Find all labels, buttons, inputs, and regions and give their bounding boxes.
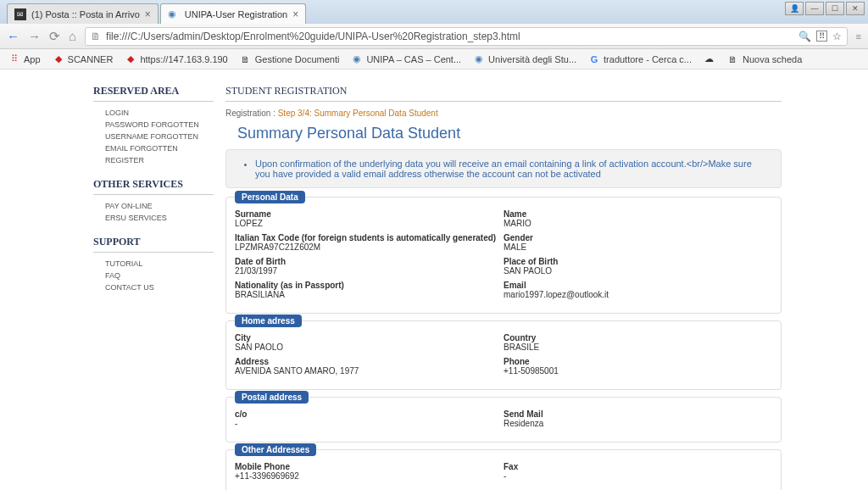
globe-icon: ◉ <box>168 8 180 20</box>
star-icon[interactable]: ☆ <box>832 31 842 42</box>
fieldset-other: Other Addresses Mobile Phone+11-33969696… <box>225 449 782 490</box>
email-label: Email <box>504 281 772 290</box>
nationality-value: BRASILIANA <box>235 290 504 299</box>
bookmark-ip[interactable]: ◆https://147.163.9.190 <box>125 53 227 65</box>
apps-button[interactable]: ⠿App <box>8 53 41 65</box>
pob-label: Place of Birth <box>504 257 772 266</box>
search-icon[interactable]: 🔍 <box>798 31 811 42</box>
maximize-button[interactable]: ☐ <box>826 2 844 15</box>
phone-label: Phone <box>504 357 772 366</box>
menu-icon[interactable]: ≡ <box>856 31 861 42</box>
back-icon[interactable]: ← <box>7 29 19 44</box>
bookmark-nuova[interactable]: 🗎Nuova scheda <box>727 53 802 65</box>
bookmarks-bar: ⠿App ◆SCANNER ◆https://147.163.9.190 🗎Ge… <box>0 49 868 70</box>
country-label: Country <box>504 333 772 342</box>
browser-tab-mail[interactable]: ✉ (1) Posta :: Posta in Arrivo × <box>7 3 159 24</box>
section-title: STUDENT REGISTRATION <box>225 85 782 102</box>
phone-value: +11-50985001 <box>504 366 772 376</box>
dob-value: 21/03/1997 <box>235 266 504 276</box>
legend-personal: Personal Data <box>235 191 305 203</box>
sidebar-reserved-title: RESERVED AREA <box>93 85 214 102</box>
co-value: - <box>235 419 504 428</box>
fieldset-postal: Postal address c/o- Send MailResidenza <box>225 397 782 443</box>
breadcrumb: Registration : Step 3/4: Summary Persona… <box>225 109 782 118</box>
close-icon[interactable]: × <box>292 8 298 20</box>
sidebar-item-register[interactable]: REGISTER <box>93 154 214 166</box>
city-value: SAN PAOLO <box>235 342 504 352</box>
legend-home: Home adress <box>235 315 302 327</box>
nationality-label: Nationality (as in Passport) <box>235 281 504 290</box>
close-button[interactable]: ✕ <box>846 2 865 15</box>
fieldset-home: Home adress CitySAN PAOLO CountryBRASILE… <box>225 320 782 390</box>
bookmark-universita[interactable]: ◉Università degli Stu... <box>473 53 576 65</box>
tab-title: UNIPA-User Registration <box>185 9 287 19</box>
reload-icon[interactable]: ⟳ <box>49 29 60 44</box>
taxcode-label: Italian Tax Code (for foreign students i… <box>235 233 504 242</box>
taxcode-value: LPZMRA97C21Z602M <box>235 242 504 252</box>
browser-navbar: ← → ⟳ ⌂ 🗎 file:///C:/Users/admin/Desktop… <box>0 24 868 49</box>
file-icon: 🗎 <box>91 31 101 42</box>
sidebar-item-username[interactable]: USERNAME FORGOTTEN <box>93 131 214 142</box>
surname-value: LOPEZ <box>235 219 504 228</box>
sidebar-item-pay[interactable]: PAY ON-LINE <box>93 200 214 212</box>
bookmark-gestione[interactable]: 🗎Gestione Documenti <box>240 53 340 65</box>
browser-tabstrip: ✉ (1) Posta :: Posta in Arrivo × ◉ UNIPA… <box>0 0 868 24</box>
gender-label: Gender <box>504 233 772 242</box>
bookmark-scanner[interactable]: ◆SCANNER <box>53 53 114 65</box>
fax-value: - <box>504 471 772 481</box>
address-label: Address <box>235 357 504 366</box>
sidebar-item-email[interactable]: EMAIL FORGOTTEN <box>93 142 214 154</box>
legend-other: Other Addresses <box>235 443 316 456</box>
mail-icon: ✉ <box>14 8 26 20</box>
name-label: Name <box>504 209 772 219</box>
country-value: BRASILE <box>504 342 772 352</box>
browser-tab-unipa[interactable]: ◉ UNIPA-User Registration × <box>160 3 306 24</box>
mobile-value: +11-3396969692 <box>235 471 504 481</box>
user-icon[interactable]: 👤 <box>785 2 804 15</box>
home-icon[interactable]: ⌂ <box>69 29 76 44</box>
sidebar-item-password[interactable]: PASSWORD FORGOTTEN <box>93 119 214 131</box>
sidebar: RESERVED AREA LOGIN PASSWORD FORGOTTEN U… <box>86 78 214 490</box>
sidebar-item-contact[interactable]: CONTACT US <box>93 281 214 293</box>
translate-icon[interactable]: ⠿ <box>816 31 827 42</box>
gender-value: MALE <box>504 242 772 252</box>
sidebar-support-title: SUPPORT <box>93 236 214 253</box>
page-viewport: RESERVED AREA LOGIN PASSWORD FORGOTTEN U… <box>0 70 868 490</box>
mobile-label: Mobile Phone <box>235 462 504 471</box>
fieldset-personal: Personal Data SurnameLOPEZ NameMARIO Ita… <box>225 197 782 314</box>
forward-icon[interactable]: → <box>28 29 41 44</box>
name-value: MARIO <box>504 219 772 228</box>
pob-value: SAN PAOLO <box>504 266 772 276</box>
page-heading: Summary Personal Data Student <box>225 121 782 149</box>
sendmail-value: Residenza <box>504 419 772 428</box>
fax-label: Fax <box>504 462 772 471</box>
sidebar-item-login[interactable]: LOGIN <box>93 107 214 119</box>
address-bar[interactable]: 🗎 file:///C:/Users/admin/Desktop/Enrolme… <box>85 27 848 46</box>
legend-postal: Postal address <box>235 391 309 404</box>
sendmail-label: Send Mail <box>504 409 772 419</box>
sidebar-other-title: OTHER SERVICES <box>93 178 214 195</box>
minimize-button[interactable]: — <box>805 2 824 15</box>
city-label: City <box>235 333 504 342</box>
notice-box: Upon confirmation of the underlying data… <box>225 149 782 188</box>
co-label: c/o <box>235 409 504 419</box>
close-icon[interactable]: × <box>145 8 151 20</box>
main-content: STUDENT REGISTRATION Registration : Step… <box>214 78 782 490</box>
dob-label: Date of Birth <box>235 257 504 266</box>
sidebar-item-ersu[interactable]: ERSU SERVICES <box>93 212 214 224</box>
address-value: AVENIDA SANTO AMARO, 1977 <box>235 366 504 376</box>
bookmark-traduttore[interactable]: Gtraduttore - Cerca c... <box>588 53 692 65</box>
sidebar-item-tutorial[interactable]: TUTORIAL <box>93 258 214 270</box>
bookmark-cloud[interactable]: ☁ <box>704 53 715 65</box>
url-text: file:///C:/Users/admin/Desktop/Enrolment… <box>106 31 520 42</box>
bookmark-unipa-cas[interactable]: ◉UNIPA – CAS – Cent... <box>351 53 461 65</box>
sidebar-item-faq[interactable]: FAQ <box>93 270 214 281</box>
email-value: mario1997.lopez@outlook.it <box>504 290 772 299</box>
tab-title: (1) Posta :: Posta in Arrivo <box>31 9 140 19</box>
surname-label: Surname <box>235 209 504 219</box>
